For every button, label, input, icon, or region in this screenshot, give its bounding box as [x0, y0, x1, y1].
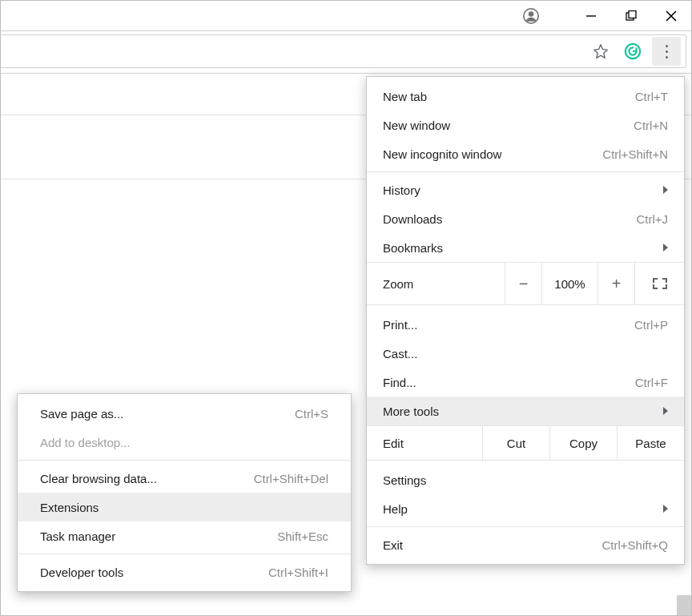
menu-separator [18, 460, 351, 461]
menu-item-label: Save page as... [40, 407, 295, 421]
zoom-value: 100% [541, 263, 597, 304]
menu-item-downloads[interactable]: Downloads Ctrl+J [367, 204, 684, 233]
menu-item-settings[interactable]: Settings [367, 465, 684, 494]
menu-item-exit[interactable]: Exit Ctrl+Shift+Q [367, 530, 684, 559]
submenu-item-task-manager[interactable]: Task manager Shift+Esc [18, 521, 351, 550]
window-titlebar [1, 1, 691, 31]
submenu-arrow-icon [663, 505, 668, 513]
menu-item-find[interactable]: Find... Ctrl+F [367, 368, 684, 397]
more-vertical-icon [666, 43, 668, 60]
bookmark-star-icon[interactable] [586, 37, 615, 66]
menu-item-label: Find... [383, 376, 635, 389]
menu-item-label: More tools [383, 405, 655, 418]
menu-item-bookmarks[interactable]: Bookmarks [367, 233, 684, 262]
menu-item-label: Downloads [383, 212, 636, 226]
submenu-arrow-icon [663, 186, 668, 194]
menu-separator [367, 526, 684, 527]
menu-item-shortcut: Ctrl+S [295, 407, 328, 421]
omnibox-row [1, 34, 686, 68]
submenu-item-clear-browsing[interactable]: Clear browsing data... Ctrl+Shift+Del [18, 464, 351, 493]
paste-button[interactable]: Paste [617, 426, 684, 460]
menu-item-shortcut: Shift+Esc [277, 529, 328, 543]
menu-item-label: Add to desktop... [40, 436, 328, 449]
menu-item-shortcut: Ctrl+P [634, 318, 668, 332]
menu-item-shortcut: Ctrl+Shift+Q [601, 538, 668, 552]
menu-item-shortcut: Ctrl+T [635, 90, 668, 103]
menu-item-new-window[interactable]: New window Ctrl+N [367, 111, 684, 139]
menu-item-label: Task manager [40, 529, 277, 543]
cut-button[interactable]: Cut [482, 426, 549, 460]
menu-item-label: Developer tools [40, 566, 268, 579]
minimize-button[interactable] [571, 1, 611, 31]
submenu-item-add-desktop: Add to desktop... [18, 428, 351, 457]
svg-point-1 [529, 11, 534, 17]
menu-item-shortcut: Ctrl+Shift+Del [254, 472, 328, 485]
menu-item-more-tools[interactable]: More tools [367, 397, 684, 425]
chrome-main-menu: New tab Ctrl+T New window Ctrl+N New inc… [366, 76, 685, 565]
menu-item-label: Extensions [40, 501, 328, 514]
maximize-button[interactable] [611, 1, 651, 31]
copy-button[interactable]: Copy [549, 426, 617, 460]
menu-item-shortcut: Ctrl+Shift+I [268, 566, 328, 579]
zoom-label: Zoom [367, 263, 505, 304]
menu-item-label: Bookmarks [383, 241, 655, 255]
submenu-item-extensions[interactable]: Extensions [18, 493, 351, 521]
menu-item-new-incognito[interactable]: New incognito window Ctrl+Shift+N [367, 139, 684, 168]
edit-label: Edit [367, 426, 482, 460]
menu-item-shortcut: Ctrl+Shift+N [602, 147, 668, 161]
chrome-menu-button[interactable] [652, 37, 681, 66]
zoom-in-button[interactable]: + [597, 263, 634, 304]
menu-item-history[interactable]: History [367, 175, 684, 204]
browser-toolbar [1, 34, 691, 74]
menu-item-shortcut: Ctrl+F [635, 376, 668, 389]
menu-edit-row: Edit Cut Copy Paste [367, 425, 684, 461]
menu-item-label: New window [383, 119, 634, 132]
more-tools-submenu: Save page as... Ctrl+S Add to desktop...… [17, 393, 352, 592]
menu-item-label: New incognito window [383, 147, 602, 161]
menu-item-shortcut: Ctrl+J [636, 212, 668, 226]
menu-item-label: Exit [383, 538, 601, 552]
menu-item-shortcut: Ctrl+N [634, 119, 668, 132]
grammarly-extension-icon[interactable] [618, 37, 647, 66]
menu-item-label: New tab [383, 90, 635, 103]
menu-item-new-tab[interactable]: New tab Ctrl+T [367, 82, 684, 111]
menu-separator [18, 554, 351, 554]
scrollbar-thumb[interactable] [677, 595, 691, 616]
profile-icon[interactable] [523, 8, 539, 24]
menu-item-help[interactable]: Help [367, 494, 684, 523]
menu-item-label: History [383, 183, 655, 197]
menu-item-label: Cast... [383, 347, 668, 360]
submenu-item-dev-tools[interactable]: Developer tools Ctrl+Shift+I [18, 558, 351, 586]
menu-item-label: Settings [383, 473, 668, 487]
submenu-arrow-icon [663, 407, 668, 415]
menu-separator [367, 171, 684, 172]
submenu-arrow-icon [663, 244, 668, 252]
close-button[interactable] [651, 1, 691, 31]
fullscreen-button[interactable] [634, 263, 684, 304]
menu-item-print[interactable]: Print... Ctrl+P [367, 310, 684, 339]
menu-zoom-row: Zoom − 100% + [367, 262, 684, 305]
fullscreen-icon [653, 278, 667, 289]
svg-rect-4 [629, 10, 636, 18]
menu-item-cast[interactable]: Cast... [367, 339, 684, 368]
menu-item-label: Help [383, 502, 655, 516]
zoom-out-button[interactable]: − [505, 263, 541, 304]
submenu-item-save-page[interactable]: Save page as... Ctrl+S [18, 399, 351, 428]
menu-item-label: Clear browsing data... [40, 472, 254, 485]
menu-item-label: Print... [383, 318, 634, 332]
